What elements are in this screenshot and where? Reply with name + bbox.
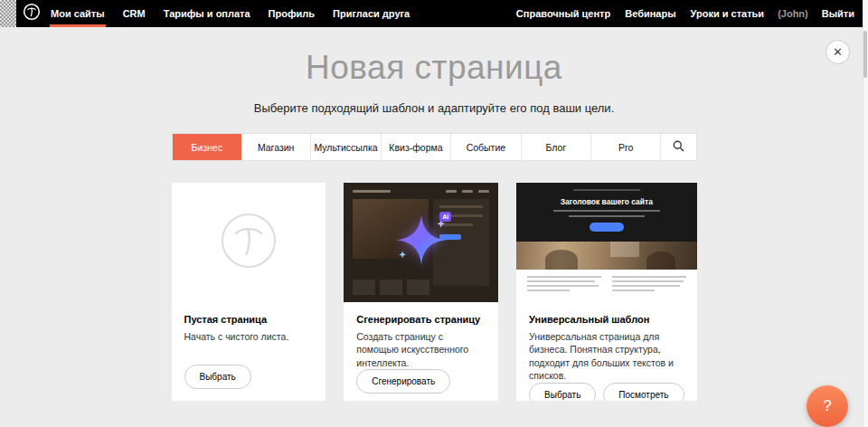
preview-heading: Заголовок вашего сайта [516, 197, 696, 206]
generate-button[interactable]: Сгенерировать [356, 369, 450, 394]
tilda-watermark-icon [220, 212, 278, 273]
preview-decor [462, 190, 473, 193]
card-actions: Выбрать [184, 365, 314, 389]
top-nav: Мои сайты CRM Тарифы и оплата Профиль Пр… [0, 0, 868, 27]
help-button[interactable]: ? [807, 385, 848, 427]
card-title: Пустая страница [184, 314, 314, 325]
question-icon: ? [823, 397, 831, 415]
close-icon: ✕ [833, 45, 843, 59]
nav-lessons[interactable]: Уроки и статьи [690, 8, 766, 19]
preview-hero: Заголовок вашего сайта [516, 183, 696, 242]
tab-business[interactable]: Бизнес [173, 134, 241, 160]
nav-crm[interactable]: CRM [122, 0, 146, 27]
tab-shop[interactable]: Магазин [241, 134, 311, 160]
preview-text-block [516, 270, 696, 302]
card-title: Универсальный шаблон [529, 314, 684, 325]
page-subtitle: Выберите подходящий шаблон и адаптируйте… [0, 101, 868, 115]
card-blank-page: Пустая страница Начать с чистого листа. … [172, 183, 326, 401]
card-generate-page: AI Сгенерировать страницу Создать страни… [344, 183, 498, 401]
card-description: Начать с чистого листа. [184, 330, 314, 343]
tilda-logo[interactable] [16, 0, 50, 27]
tab-blog[interactable]: Блог [522, 134, 591, 160]
template-grid: Пустая страница Начать с чистого листа. … [172, 183, 697, 427]
nav-tariffs[interactable]: Тарифы и оплата [163, 0, 251, 27]
card-description: Создать страницу с помощью искусственног… [356, 330, 486, 369]
tab-event[interactable]: Событие [451, 134, 521, 160]
choose-blank-button[interactable]: Выбрать [184, 365, 251, 389]
page-title: Новая страница [0, 49, 868, 87]
preview-thumb [380, 280, 402, 295]
logout-link[interactable]: Выйти [821, 8, 855, 19]
template-category-tabs: Бизнес Магазин Мультиссылка Квиз-форма С… [172, 133, 697, 161]
view-template-button[interactable]: Посмотреть [603, 383, 684, 401]
card-body: Сгенерировать страницу Создать страницу … [344, 302, 498, 401]
nav-help-center[interactable]: Справочный центр [515, 8, 611, 19]
nav-webinars[interactable]: Вебинары [624, 8, 676, 19]
preview-photo [516, 242, 696, 270]
scrollbar-thumb[interactable] [863, 31, 867, 78]
search-icon [673, 140, 684, 154]
preview-cta-button [590, 223, 624, 232]
preview-decor [353, 190, 391, 193]
corner-pattern [0, 0, 16, 27]
choose-template-button[interactable]: Выбрать [529, 383, 596, 401]
preview-thumb [353, 280, 375, 295]
close-button[interactable]: ✕ [826, 40, 850, 64]
card-actions: Сгенерировать [356, 369, 486, 394]
main-menu: Мои сайты CRM Тарифы и оплата Профиль Пр… [50, 0, 410, 27]
tab-pro[interactable]: Pro [591, 134, 661, 160]
card-body: Универсальный шаблон Универсальная стран… [516, 302, 696, 401]
universal-template-preview: Заголовок вашего сайта [516, 183, 696, 302]
nav-my-sites[interactable]: Мои сайты [50, 0, 106, 27]
preview-decor [478, 190, 489, 193]
card-actions: Выбрать Посмотреть [529, 383, 684, 401]
card-title: Сгенерировать страницу [356, 314, 486, 325]
secondary-menu: Справочный центр Вебинары Уроки и статьи… [515, 0, 868, 27]
card-universal-template: Заголовок вашего сайта [516, 183, 696, 401]
preview-thumb [407, 280, 429, 295]
tilda-logo-icon [23, 3, 41, 24]
tab-multilink[interactable]: Мультиссылка [311, 134, 381, 160]
ai-generate-preview: AI [344, 183, 498, 302]
tab-quiz-form[interactable]: Квиз-форма [382, 134, 451, 160]
scrollbar-track [863, 0, 868, 427]
ai-badge: AI [439, 212, 451, 222]
nav-profile[interactable]: Профиль [268, 0, 316, 27]
new-page-dialog: ✕ Новая страница Выберите подходящий шаб… [0, 27, 868, 427]
preview-decor [446, 190, 457, 193]
nav-invite-friend[interactable]: Пригласи друга [332, 0, 410, 27]
tab-search[interactable] [661, 134, 695, 160]
user-name: (John) [778, 8, 808, 19]
blank-page-preview [172, 183, 326, 302]
preview-nav-bar [573, 189, 640, 191]
card-body: Пустая страница Начать с чистого листа. … [172, 302, 326, 401]
card-description: Универсальная страница для бизнеса. Поня… [529, 330, 684, 383]
